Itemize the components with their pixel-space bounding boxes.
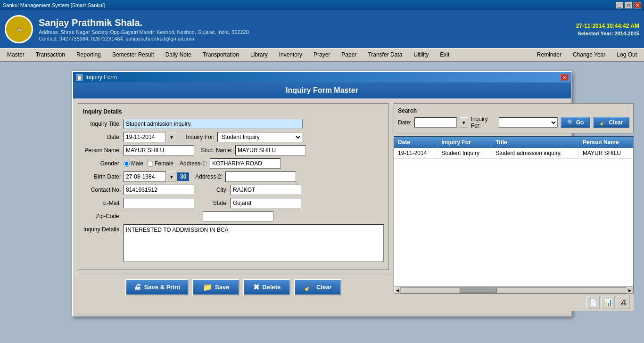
person-name-label: Person Name: [83,147,121,154]
address1-input[interactable] [210,158,281,169]
scroll-left-arrow[interactable]: ◀ [394,287,401,294]
person-stud-row: Person Name: Stud. Name: [83,145,384,155]
state-input[interactable] [231,198,301,208]
window-controls[interactable]: _ □ ✕ [616,2,641,8]
scrollbar-thumb[interactable] [459,288,497,293]
male-radio[interactable] [124,161,130,167]
save-print-button[interactable]: 🖨 Save & Print [125,279,189,295]
window-title-bar: 📋 Inquiry Form ✕ [73,72,571,82]
email-input[interactable] [124,198,194,208]
menu-library[interactable]: Library [245,49,273,60]
birth-date-label: Birth Date: [83,173,121,180]
delete-icon: ✖ [253,283,259,292]
birth-date-input[interactable] [124,172,166,182]
gender-address1-row: Gender: Male Female Address-1: [83,158,384,169]
window-icon: 📋 [76,74,83,81]
inquiry-details-row: Inquiry Details: INTERESTED TO ADDMISSIO… [83,224,384,262]
save-print-icon: 🖨 [134,283,141,292]
clear-button[interactable]: 🧹 Clear [294,279,341,295]
inquiry-for-select[interactable]: Student Inquiry [217,132,302,142]
address2-input[interactable] [225,172,296,182]
pdf-export-button[interactable]: 📄 [586,296,600,309]
date-field-group: ▼ [124,132,176,142]
menu-exit[interactable]: Exit [435,49,454,60]
menu-reporting[interactable]: Reporting [71,49,106,60]
bottom-toolbar: 📄 📊 🖨 [394,294,634,311]
header-info: Sanjay Prathmik Shala. Address: Shree Na… [39,17,570,41]
date-input[interactable] [124,132,166,142]
menu-daily-note[interactable]: Daily Note [160,49,197,60]
minimize-button[interactable]: _ [616,2,623,8]
school-name: Sanjay Prathmik Shala. [39,17,570,28]
inquiry-window: 📋 Inquiry Form ✕ Inquiry Form Master Inq… [72,71,572,317]
search-clear-button[interactable]: 🧹 Clear [593,117,629,128]
inquiry-title-input[interactable] [124,119,303,129]
clear-search-icon: 🧹 [600,119,607,126]
left-panel: Inquiry Details Inquiry Title: Date: ▼ [78,103,389,311]
stud-name-label: Stud. Name: [197,147,232,154]
window-close-button[interactable]: ✕ [561,74,568,81]
cell-date: 19-11-2014 [394,148,438,159]
search-row: Date: ▼ Inquiry For: 🔍 Go 🧹 [398,116,629,129]
female-radio[interactable] [147,161,153,167]
col-date: Date [394,137,438,148]
menu-transfer-data[interactable]: Transfer Data [363,49,407,60]
menu-master[interactable]: Master [2,49,30,60]
date-picker-button[interactable]: ▼ [167,132,176,142]
inquiry-for-label: Inquiry For: [179,134,215,140]
stud-name-input[interactable] [235,145,306,155]
birthdate-picker-button[interactable]: ▼ [167,172,176,182]
right-panel: Search Date: ▼ Inquiry For: 🔍 Go [394,103,634,311]
selected-year: Selected Year: 2014-2015 [576,31,639,36]
excel-export-button[interactable]: 📊 [602,296,615,309]
header-right: 27-11-2014 10:44:42 AM Selected Year: 20… [576,23,639,36]
contact-input[interactable] [124,185,194,195]
excel-icon: 📊 [604,299,612,306]
save-button[interactable]: 📁 Save [192,279,239,295]
scroll-right-arrow[interactable]: ▶ [627,287,633,294]
results-grid: Date Inquiry For Title Person Name 19-11… [394,136,634,287]
print-button[interactable]: 🖨 [617,296,630,309]
table-row[interactable]: 19-11-2014Student InquiryStudent admissi… [394,148,633,159]
main-area: 📋 Inquiry Form ✕ Inquiry Form Master Inq… [0,62,644,343]
city-label: City: [197,187,228,193]
date-inquiry-row: Date: ▼ Inquiry For: Student Inquiry [83,132,384,142]
search-date-picker[interactable]: ▼ [460,117,468,128]
delete-button[interactable]: ✖ Delete [243,279,290,295]
search-icon: 🔍 [567,119,574,126]
search-label: Search [398,107,629,114]
male-radio-label[interactable]: Male [124,160,143,167]
menu-inventory[interactable]: Inventory [274,49,307,60]
go-button[interactable]: 🔍 Go [561,117,591,128]
search-date-label: Date: [398,119,412,126]
window-title: Inquiry Form [85,74,117,81]
menu-prayer[interactable]: Prayer [308,49,335,60]
city-input[interactable] [231,185,301,195]
menu-paper[interactable]: Paper [336,49,362,60]
menu-transaction[interactable]: Transaction [31,49,70,60]
scrollbar-track[interactable] [403,288,625,293]
menu-reminder[interactable]: Reminder [532,49,567,60]
col-inquiry-for: Inquiry For [438,137,492,148]
female-radio-label[interactable]: Female [147,160,173,167]
menu-transportation[interactable]: Transportation [198,49,244,60]
grid-scrollbar[interactable]: ◀ ▶ [394,287,634,294]
search-date-input[interactable] [414,117,457,128]
maximize-button[interactable]: □ [625,2,632,8]
age-badge: 30 [177,172,189,181]
form-master-header: Inquiry Form Master [73,82,571,98]
state-label: State: [197,200,228,206]
buttons-row: 🖨 Save & Print 📁 Save ✖ Delete 🧹 Clear [78,274,389,300]
menu-change-year[interactable]: Change Year [568,49,611,60]
menu-semester-result[interactable]: Semester Result [107,49,159,60]
results-tbody: 19-11-2014Student InquiryStudent admissi… [394,148,633,159]
email-label: E-Mail: [83,200,121,206]
inquiry-details-textarea[interactable]: INTERESTED TO ADDMISSION IN BCA [124,224,384,262]
menu-log-out[interactable]: Log Out [611,49,642,60]
close-button[interactable]: ✕ [634,2,641,8]
menu-uitility[interactable]: Uitility [408,49,434,60]
zipcode-input[interactable] [203,211,273,221]
search-inquiry-for-select[interactable] [499,117,558,128]
cell-person_name: MAYUR SHILU [578,148,633,159]
person-name-input[interactable] [124,145,194,155]
